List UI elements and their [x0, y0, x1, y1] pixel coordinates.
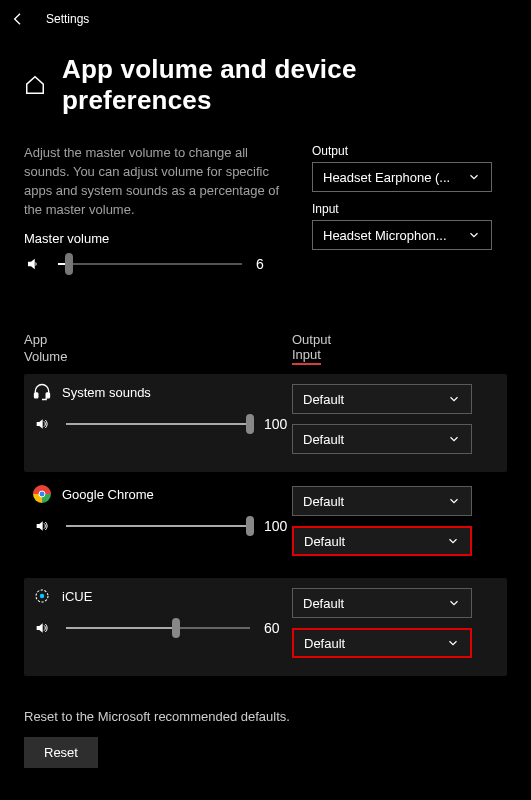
col-app-label: App	[24, 332, 47, 347]
app-input-value: Default	[303, 432, 344, 447]
column-headers: App Volume Output Input	[24, 332, 507, 374]
app-speaker-icon[interactable]	[32, 516, 52, 536]
app-name: Google Chrome	[62, 487, 154, 502]
app-output-select[interactable]: Default	[292, 384, 472, 414]
headset-icon	[32, 382, 52, 402]
chevron-down-icon	[446, 534, 460, 548]
app-name: System sounds	[62, 385, 151, 400]
app-output-value: Default	[303, 392, 344, 407]
icue-icon	[32, 586, 52, 606]
chrome-icon	[32, 484, 52, 504]
chevron-down-icon	[467, 228, 481, 242]
svg-point-3	[40, 594, 45, 599]
global-input-select[interactable]: Headset Microphon...	[312, 220, 492, 250]
col-output-label: Output	[292, 332, 331, 347]
description-text: Adjust the master volume to change all s…	[24, 144, 284, 219]
master-volume-value: 6	[256, 256, 284, 272]
app-output-value: Default	[303, 494, 344, 509]
app-volume-slider[interactable]	[66, 423, 250, 425]
app-output-select[interactable]: Default	[292, 588, 472, 618]
window-title: Settings	[46, 12, 89, 26]
global-input-value: Headset Microphon...	[323, 228, 447, 243]
app-volume-value: 100	[264, 416, 292, 432]
chevron-down-icon	[447, 432, 461, 446]
window-titlebar: Settings	[0, 0, 531, 38]
app-output-select[interactable]: Default	[292, 486, 472, 516]
app-volume-value: 100	[264, 518, 292, 534]
back-button[interactable]	[8, 9, 28, 29]
app-input-select[interactable]: Default	[292, 526, 472, 556]
master-speaker-icon[interactable]	[24, 254, 44, 274]
svg-rect-1	[46, 393, 49, 398]
col-volume-label: Volume	[24, 349, 67, 364]
page-title: App volume and device preferences	[62, 54, 507, 116]
global-output-label: Output	[312, 144, 507, 158]
chevron-down-icon	[447, 392, 461, 406]
reset-button[interactable]: Reset	[24, 737, 98, 768]
global-input-label: Input	[312, 202, 507, 216]
page-header: App volume and device preferences	[0, 38, 531, 126]
app-row: System sounds 100 Default Default	[24, 374, 507, 472]
global-output-value: Headset Earphone (...	[323, 170, 450, 185]
app-volume-slider[interactable]	[66, 627, 250, 629]
chevron-down-icon	[467, 170, 481, 184]
svg-rect-0	[35, 393, 38, 398]
global-output-select[interactable]: Headset Earphone (...	[312, 162, 492, 192]
app-input-value: Default	[304, 534, 345, 549]
home-icon[interactable]	[24, 74, 46, 96]
app-input-value: Default	[304, 636, 345, 651]
app-output-value: Default	[303, 596, 344, 611]
chevron-down-icon	[447, 494, 461, 508]
master-volume-label: Master volume	[24, 231, 284, 246]
app-volume-value: 60	[264, 620, 292, 636]
chevron-down-icon	[447, 596, 461, 610]
app-input-select[interactable]: Default	[292, 424, 472, 454]
app-row: Google Chrome 100 Default Default	[24, 476, 507, 574]
app-input-select[interactable]: Default	[292, 628, 472, 658]
app-volume-slider[interactable]	[66, 525, 250, 527]
app-row: iCUE 60 Default Default	[24, 578, 507, 676]
app-speaker-icon[interactable]	[32, 618, 52, 638]
chevron-down-icon	[446, 636, 460, 650]
app-speaker-icon[interactable]	[32, 414, 52, 434]
app-name: iCUE	[62, 589, 92, 604]
col-input-label: Input	[292, 347, 321, 365]
reset-description: Reset to the Microsoft recommended defau…	[24, 708, 507, 727]
master-volume-slider[interactable]	[58, 263, 242, 265]
